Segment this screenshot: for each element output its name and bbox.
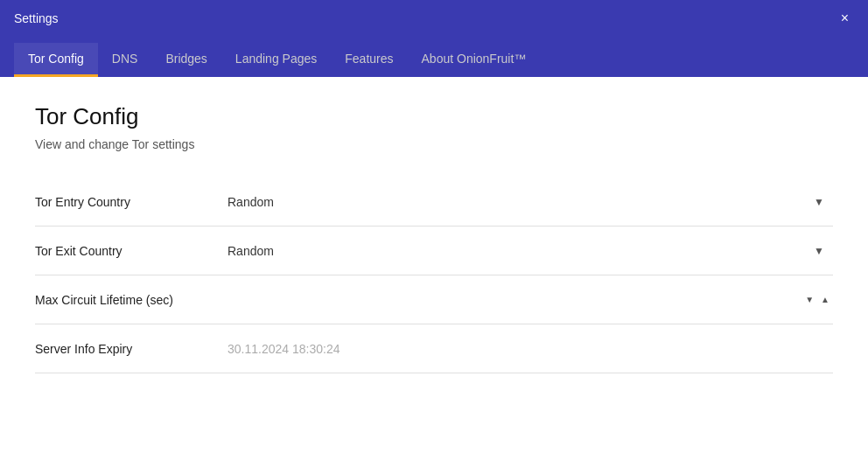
setting-row-entry-country: Tor Entry Country Random ▼ <box>35 178 833 227</box>
tab-landing-pages[interactable]: Landing Pages <box>221 43 331 77</box>
tab-dns[interactable]: DNS <box>98 43 152 77</box>
tab-about[interactable]: About OnionFruit™ <box>408 43 541 77</box>
select-exit-country-value: Random <box>228 244 274 258</box>
label-server-expiry: Server Info Expiry <box>35 342 228 356</box>
readonly-server-expiry: 30.11.2024 18:30:24 <box>228 342 340 356</box>
setting-row-exit-country: Tor Exit Country Random ▼ <box>35 227 833 275</box>
window-title: Settings <box>14 11 59 25</box>
control-server-expiry: 30.11.2024 18:30:24 <box>228 342 833 356</box>
spinner-up-button[interactable]: ▲ <box>817 294 833 306</box>
spinner-down-button[interactable]: ▼ <box>802 294 817 306</box>
setting-row-server-expiry: Server Info Expiry 30.11.2024 18:30:24 <box>35 324 833 373</box>
tab-bridges[interactable]: Bridges <box>151 43 220 77</box>
spinner-circuit-lifetime: ▼ ▲ <box>228 294 833 306</box>
setting-row-circuit-lifetime: Max Circuit Lifetime (sec) ▼ ▲ <box>35 275 833 324</box>
label-entry-country: Tor Entry Country <box>35 195 228 209</box>
settings-window: Settings × Tor Config DNS Bridges Landin… <box>0 0 868 474</box>
nav-bar: Tor Config DNS Bridges Landing Pages Fea… <box>0 37 868 77</box>
label-exit-country: Tor Exit Country <box>35 244 228 258</box>
control-circuit-lifetime: ▼ ▲ <box>228 294 833 306</box>
control-entry-country: Random ▼ <box>228 195 833 209</box>
page-subtitle: View and change Tor settings <box>35 137 833 151</box>
label-circuit-lifetime: Max Circuit Lifetime (sec) <box>35 293 228 307</box>
control-exit-country: Random ▼ <box>228 244 833 258</box>
select-entry-country[interactable]: Random ▼ <box>228 195 833 209</box>
chevron-down-icon: ▼ <box>814 196 824 208</box>
page-title: Tor Config <box>35 103 833 130</box>
title-bar: Settings × <box>0 0 868 37</box>
tab-tor-config[interactable]: Tor Config <box>14 43 98 77</box>
select-entry-country-value: Random <box>228 195 274 209</box>
close-button[interactable]: × <box>836 8 854 29</box>
tab-features[interactable]: Features <box>331 43 407 77</box>
content-area: Tor Config View and change Tor settings … <box>0 77 868 474</box>
chevron-down-icon: ▼ <box>814 245 824 257</box>
select-exit-country[interactable]: Random ▼ <box>228 244 833 258</box>
